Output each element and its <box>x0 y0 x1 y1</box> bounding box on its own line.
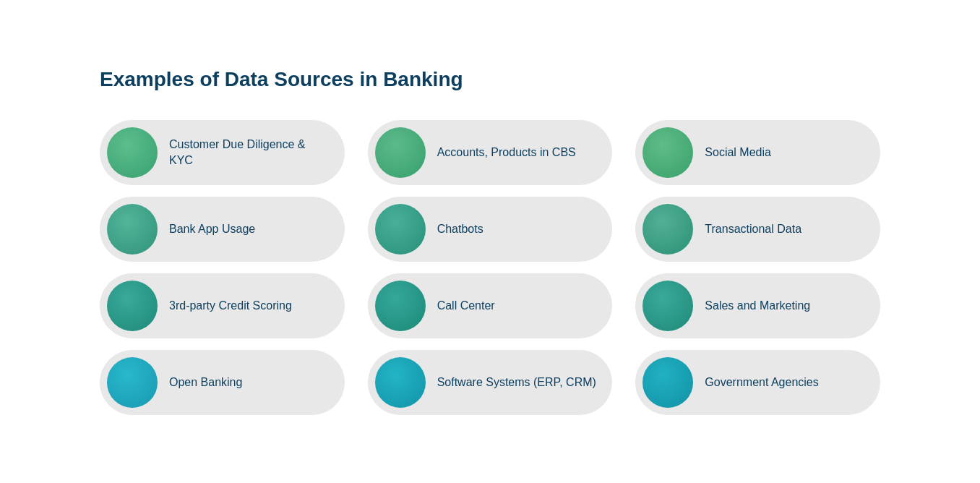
data-source-card: Accounts, Products in CBS <box>368 120 613 185</box>
page-container: Examples of Data Sources in Banking Cust… <box>56 39 924 444</box>
data-source-card: Transactional Data <box>635 197 880 262</box>
card-label: Customer Due Diligence & KYC <box>169 137 330 168</box>
card-label: Social Media <box>705 145 771 161</box>
data-sources-grid: Customer Due Diligence & KYCAccounts, Pr… <box>100 120 880 415</box>
data-source-card: Open Banking <box>100 350 345 415</box>
data-source-card: Software Systems (ERP, CRM) <box>368 350 613 415</box>
card-circle <box>642 281 693 331</box>
card-label: Accounts, Products in CBS <box>437 145 576 161</box>
data-source-card: Customer Due Diligence & KYC <box>100 120 345 185</box>
card-circle <box>107 357 158 408</box>
card-circle <box>642 204 693 255</box>
card-circle <box>375 204 426 255</box>
card-label: Open Banking <box>169 375 242 390</box>
card-label: Call Center <box>437 298 495 314</box>
card-circle <box>642 127 693 178</box>
data-source-card: Call Center <box>368 273 613 338</box>
card-circle <box>375 357 426 408</box>
card-label: Sales and Marketing <box>705 298 810 314</box>
card-label: 3rd-party Credit Scoring <box>169 298 292 314</box>
card-label: Transactional Data <box>705 221 801 237</box>
data-source-card: Chatbots <box>368 197 613 262</box>
card-circle <box>107 127 158 178</box>
card-circle <box>375 281 426 331</box>
data-source-card: Government Agencies <box>635 350 880 415</box>
card-circle <box>642 357 693 408</box>
data-source-card: Social Media <box>635 120 880 185</box>
card-circle <box>107 204 158 255</box>
card-circle <box>107 281 158 331</box>
card-label: Government Agencies <box>705 375 818 390</box>
card-label: Chatbots <box>437 221 483 237</box>
data-source-card: Bank App Usage <box>100 197 345 262</box>
data-source-card: 3rd-party Credit Scoring <box>100 273 345 338</box>
card-label: Software Systems (ERP, CRM) <box>437 375 596 390</box>
card-label: Bank App Usage <box>169 221 255 237</box>
card-circle <box>375 127 426 178</box>
data-source-card: Sales and Marketing <box>635 273 880 338</box>
page-title: Examples of Data Sources in Banking <box>100 68 880 91</box>
